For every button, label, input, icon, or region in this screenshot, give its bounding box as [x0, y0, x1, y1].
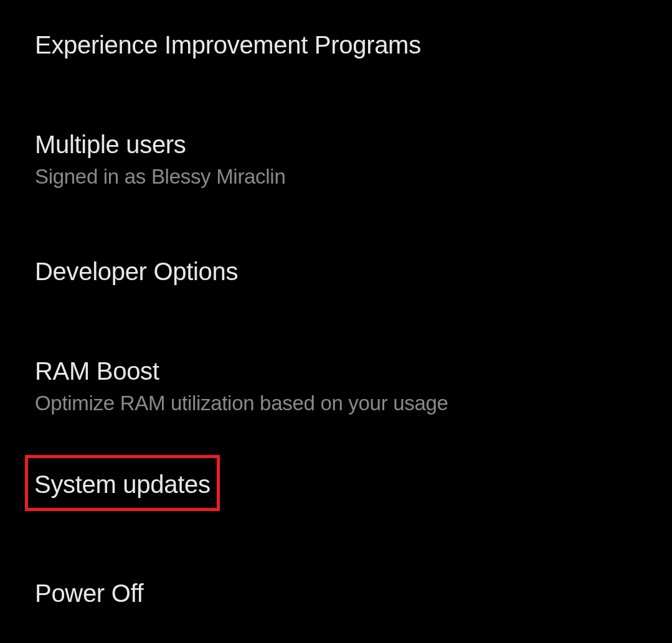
settings-item-title: Developer Options: [35, 256, 637, 286]
settings-item-system-updates[interactable]: System updates: [35, 469, 637, 511]
settings-item-developer-options[interactable]: Developer Options: [35, 256, 637, 286]
settings-item-title: System updates: [34, 469, 211, 499]
settings-item-power-off[interactable]: Power Off: [35, 578, 637, 608]
settings-item-title: Power Off: [35, 578, 637, 608]
settings-item-subtitle: Optimize RAM utilization based on your u…: [35, 391, 637, 416]
settings-item-title: Multiple users: [35, 129, 637, 159]
settings-item-multiple-users[interactable]: Multiple users Signed in as Blessy Mirac…: [35, 129, 637, 189]
settings-item-experience-improvement[interactable]: Experience Improvement Programs: [35, 30, 637, 60]
settings-item-ram-boost[interactable]: RAM Boost Optimize RAM utilization based…: [35, 356, 637, 416]
settings-item-subtitle: Signed in as Blessy Miraclin: [35, 164, 637, 189]
settings-item-title: Experience Improvement Programs: [35, 30, 637, 60]
settings-list: Experience Improvement Programs Multiple…: [0, 0, 672, 608]
highlight-box: System updates: [25, 455, 220, 511]
settings-item-title: RAM Boost: [35, 356, 637, 386]
